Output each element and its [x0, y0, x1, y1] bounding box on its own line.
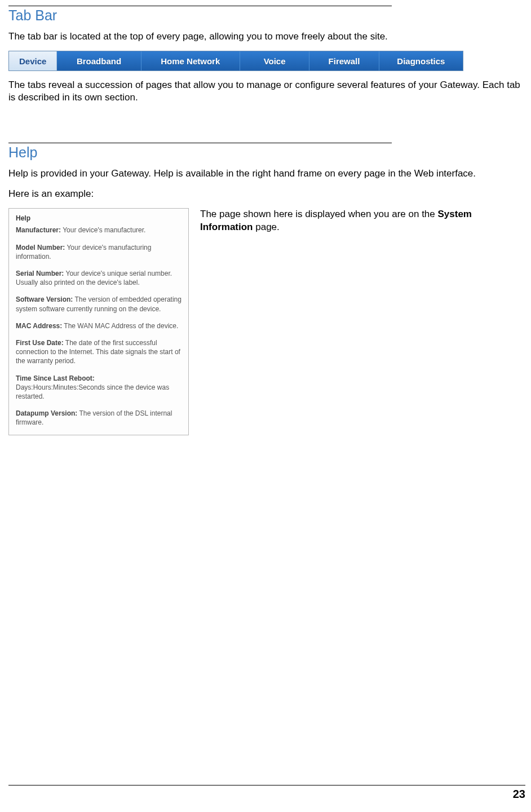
help-item-desc: Days:Hours:Minutes:Seconds since the dev…	[16, 383, 169, 400]
help-item: Software Version: The version of embedde…	[16, 295, 182, 313]
help-item-term: Datapump Version:	[16, 409, 77, 417]
tab-bar-heading: Tab Bar	[8, 7, 523, 24]
help-item: Datapump Version: The version of the DSL…	[16, 409, 182, 427]
page-number: 23	[8, 788, 525, 801]
help-item-desc: The WAN MAC Address of the device.	[62, 322, 178, 330]
tab-device: Device	[9, 51, 57, 70]
help-right-post: page.	[253, 222, 280, 232]
tab-firewall: Firewall	[309, 51, 379, 70]
help-item: MAC Address: The WAN MAC Address of the …	[16, 321, 182, 330]
help-example-label: Here is an example:	[8, 188, 523, 200]
tab-diagnostics: Diagnostics	[379, 51, 463, 70]
tab-bar-intro: The tab bar is located at the top of eve…	[8, 30, 523, 43]
tab-bar-after: The tabs reveal a succession of pages th…	[8, 79, 523, 104]
help-item-term: Model Number:	[16, 244, 65, 251]
help-heading: Help	[8, 144, 523, 161]
tab-broadband: Broadband	[57, 51, 141, 70]
tab-home-network: Home Network	[141, 51, 240, 70]
help-item: Model Number: Your device's manufacturin…	[16, 243, 182, 261]
section-rule-help	[8, 143, 392, 143]
help-item: First Use Date: The date of the first su…	[16, 338, 182, 366]
help-intro: Help is provided in your Gateway. Help i…	[8, 167, 523, 180]
section-rule	[8, 6, 392, 6]
help-item: Time Since Last Reboot:Days:Hours:Minute…	[16, 374, 182, 401]
help-item-term: MAC Address:	[16, 322, 62, 330]
help-right-text: The page shown here is displayed when yo…	[200, 208, 488, 233]
help-panel-title: Help	[16, 214, 182, 222]
footer-rule	[8, 785, 525, 785]
help-item-term: Software Version:	[16, 295, 73, 303]
tab-bar-screenshot: Device Broadband Home Network Voice Fire…	[8, 51, 463, 71]
tab-voice: Voice	[240, 51, 309, 70]
help-item: Serial Number: Your device's unique seri…	[16, 269, 182, 287]
help-item-term: Manufacturer:	[16, 226, 61, 234]
help-item-desc: Your device's manufacturer.	[61, 226, 145, 234]
help-panel-screenshot: Help Manufacturer: Your device's manufac…	[8, 208, 189, 435]
help-item-term: Serial Number:	[16, 270, 64, 277]
help-right-pre: The page shown here is displayed when yo…	[200, 209, 438, 219]
help-item: Manufacturer: Your device's manufacturer…	[16, 226, 182, 235]
help-item-term: Time Since Last Reboot:	[16, 374, 95, 382]
help-item-term: First Use Date:	[16, 339, 64, 347]
